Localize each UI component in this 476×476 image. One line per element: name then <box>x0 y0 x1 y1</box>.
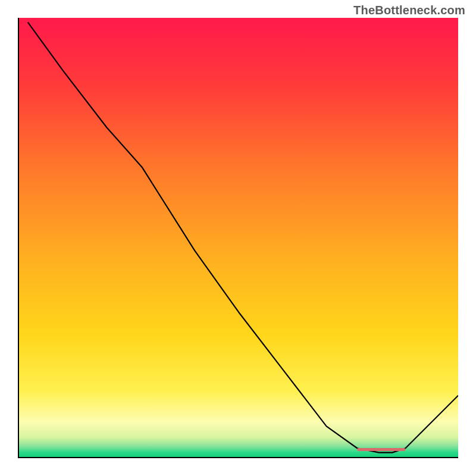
chart-container: TheBottleneck.com <box>0 0 476 476</box>
watermark-text: TheBottleneck.com <box>353 4 465 17</box>
gradient-background <box>19 18 458 457</box>
optimal-range-marker <box>357 448 405 451</box>
plot-area <box>18 18 458 458</box>
chart-svg <box>19 18 458 457</box>
